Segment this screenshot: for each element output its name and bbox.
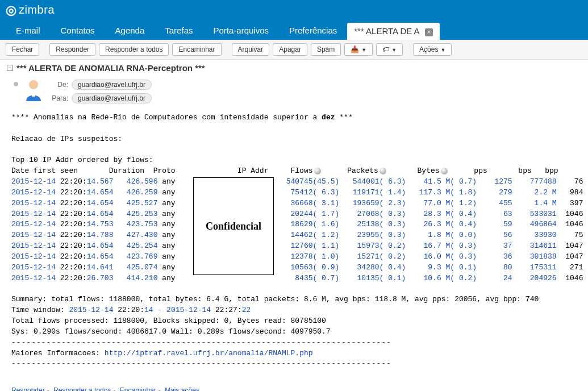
flow-table: Date first seen Duration Proto IP Addr F… — [11, 166, 577, 284]
table-header: Date first seen Duration Proto IP Addr F… — [11, 166, 577, 177]
footer-more[interactable]: Mais ações — [165, 386, 199, 391]
tab-contatos[interactable]: Contatos — [51, 21, 105, 40]
tab-active-label: *** ALERTA DE A — [354, 26, 419, 36]
globe-icon — [380, 168, 386, 174]
time-window-value: 2015-12-14 22:20:14 - 2015-12-14 22:27:2… — [69, 306, 251, 314]
globe-icon — [441, 168, 448, 174]
avatar-icon — [24, 78, 43, 101]
confidential-overlay: Confidencial — [193, 177, 274, 275]
to-pill[interactable]: guardiao@ravel.ufrj.br — [72, 93, 152, 103]
tag-menu-button[interactable]: 🏷▼ — [376, 43, 403, 56]
from-label: De: — [49, 81, 68, 89]
intro-prefix: **** Anomalias na Rede-Rio de Computador… — [11, 113, 322, 122]
intro-bold: dez — [322, 113, 335, 122]
delete-button[interactable]: Apagar — [273, 43, 307, 56]
from-pill[interactable]: guardiao@ravel.ufrj.br — [72, 80, 152, 90]
collapse-toggle-icon[interactable]: − — [7, 65, 13, 71]
table-row: 2015-12-14 22:20:14.654 425.254 any 1276… — [11, 241, 577, 252]
intro-suffix: *** — [335, 113, 353, 122]
relacao-line: Relacao de IPs suspeitos: — [11, 134, 577, 145]
message-toolbar: Fechar Responder Responder a todos Encam… — [0, 40, 588, 60]
top10-line: Top 10 IP Addr ordered by flows: — [11, 155, 577, 166]
titlebar: ◎ zimbra — [0, 0, 588, 20]
tab-active-message[interactable]: *** ALERTA DE A × — [347, 23, 440, 40]
more-info-label: Maiores Informacoes: — [11, 349, 105, 357]
globe-icon — [314, 168, 321, 174]
reply-all-button[interactable]: Responder a todos — [99, 43, 169, 56]
message-header: De: guardiao@ravel.ufrj.br Para: guardia… — [0, 76, 588, 107]
main-tabs: E-mail Contatos Agenda Tarefas Porta-arq… — [0, 20, 588, 40]
table-row: 2015-12-14 22:20:14.654 425.253 any 2024… — [11, 209, 577, 220]
archive-button[interactable]: Arquivar — [232, 43, 270, 56]
close-button[interactable]: Fechar — [6, 43, 39, 56]
footer-forward[interactable]: Encaminhar — [120, 386, 156, 391]
unread-dot-icon — [14, 82, 18, 86]
close-tab-icon[interactable]: × — [425, 28, 433, 36]
spam-button[interactable]: Spam — [311, 43, 341, 56]
summary-line1: Summary: total flows: 1188000, total byt… — [11, 294, 577, 305]
brand-name: zimbra — [19, 3, 55, 16]
svg-rect-1 — [32, 91, 35, 97]
footer-links: Responder- Responder a todos- Encaminhar… — [0, 381, 588, 391]
tab-preferencias[interactable]: Preferências — [279, 21, 347, 40]
table-row: 2015-12-14 22:20:14.788 427.430 any 1446… — [11, 230, 577, 241]
summary-line4: Sys: 0.290s flows/second: 4086617.0 Wall… — [11, 327, 577, 338]
to-label: Para: — [49, 94, 68, 102]
hr-rule2: ----------------------------------------… — [11, 359, 577, 369]
tag-icon: 🏷 — [382, 45, 389, 53]
svg-point-0 — [29, 80, 38, 89]
folder-icon: 📥 — [351, 45, 359, 53]
tab-tarefas[interactable]: Tarefas — [155, 21, 203, 40]
table-row: 2015-12-14 22:20:14.654 425.527 any 3666… — [11, 198, 577, 209]
tab-agenda[interactable]: Agenda — [105, 21, 155, 40]
table-row: 2015-12-14 22:20:14.567 426.596 any 5407… — [11, 177, 577, 188]
time-window-prefix: Time window: — [11, 306, 69, 314]
table-row: 2015-12-14 22:20:14.641 425.074 any 1056… — [11, 263, 577, 273]
footer-reply[interactable]: Responder — [11, 386, 45, 391]
tab-email[interactable]: E-mail — [6, 21, 51, 40]
hr-rule: ----------------------------------------… — [11, 338, 577, 348]
tab-portaarquivos[interactable]: Porta-arquivos — [203, 21, 279, 40]
footer-reply-all[interactable]: Responder a todos — [53, 386, 111, 391]
table-row: 2015-12-14 22:20:26.703 414.210 any 8435… — [11, 273, 577, 284]
message-subject: *** ALERTA DE ANOMALIA RNA-Perceptron **… — [16, 63, 205, 73]
table-row: 2015-12-14 22:20:14.654 423.769 any 1237… — [11, 252, 577, 263]
table-row: 2015-12-14 22:20:14.654 426.259 any 7541… — [11, 188, 577, 198]
summary-line3: Total flows processed: 1188000, Blocks s… — [11, 316, 577, 327]
reply-button[interactable]: Responder — [49, 43, 95, 56]
folder-menu-button[interactable]: 📥▼ — [344, 43, 373, 56]
message-body: **** Anomalias na Rede-Rio de Computador… — [0, 107, 588, 381]
forward-button[interactable]: Encaminhar — [172, 43, 221, 56]
logo-icon: ◎ — [6, 3, 16, 18]
more-info-link[interactable]: http://iptraf.ravel.ufrj.br/anomalia/RNA… — [105, 349, 313, 357]
actions-menu-button[interactable]: Ações▼ — [413, 43, 452, 56]
table-row: 2015-12-14 22:20:14.753 423.753 any 1862… — [11, 219, 577, 230]
subject-row: − *** ALERTA DE ANOMALIA RNA-Perceptron … — [0, 60, 588, 76]
